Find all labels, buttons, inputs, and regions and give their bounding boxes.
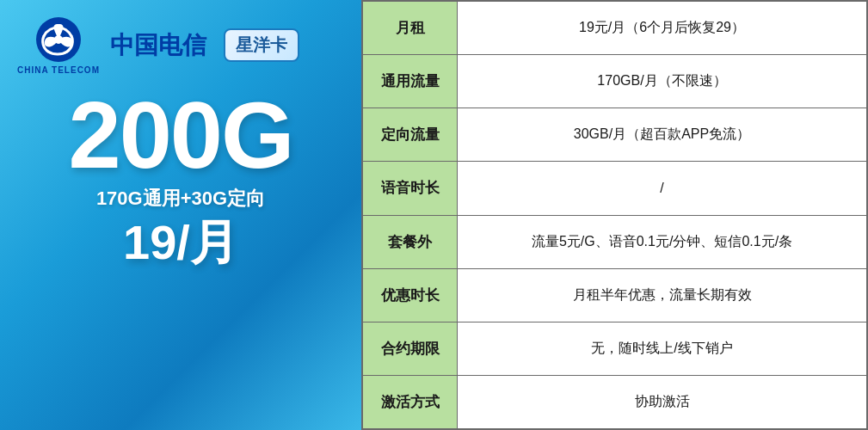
- table-row: 月租19元/月（6个月后恢复29）: [363, 2, 866, 55]
- cell-label-6: 合约期限: [363, 322, 458, 375]
- table-row: 优惠时长月租半年优惠，流量长期有效: [363, 269, 866, 322]
- cell-label-5: 优惠时长: [363, 269, 458, 322]
- svg-point-1: [54, 35, 63, 44]
- table-row: 合约期限无，随时线上/线下销户: [363, 322, 866, 376]
- table-row: 套餐外流量5元/G、语音0.1元/分钟、短信0.1元/条: [363, 216, 866, 269]
- info-table: 月租19元/月（6个月后恢复29）通用流量170GB/月（不限速）定向流量30G…: [361, 0, 868, 430]
- cell-value-3: /: [458, 162, 866, 214]
- cell-value-7: 协助激活: [458, 376, 866, 428]
- header-row: CHINA TELECOM 中国电信 星洋卡: [17, 15, 344, 75]
- cell-value-2: 30GB/月（超百款APP免流）: [458, 108, 866, 161]
- data-breakdown-text: 170G通用+30G定向: [96, 186, 265, 212]
- logo-area: CHINA TELECOM: [17, 15, 100, 75]
- price-display: 19/月: [123, 218, 238, 267]
- cell-label-3: 语音时长: [363, 162, 458, 214]
- main-data-display: 200G: [68, 88, 292, 182]
- table-row: 定向流量30GB/月（超百款APP免流）: [363, 108, 866, 162]
- telecom-logo-icon: [34, 15, 83, 64]
- cell-value-0: 19元/月（6个月后恢复29）: [458, 2, 866, 54]
- cell-label-0: 月租: [363, 2, 458, 54]
- brand-en-text: CHINA TELECOM: [17, 65, 100, 75]
- table-row: 通用流量170GB/月（不限速）: [363, 55, 866, 108]
- table-row: 激活方式协助激活: [363, 376, 866, 428]
- cell-value-1: 170GB/月（不限速）: [458, 55, 866, 108]
- left-panel: CHINA TELECOM 中国电信 星洋卡 200G 170G通用+30G定向…: [0, 0, 361, 430]
- cell-value-6: 无，随时线上/线下销户: [458, 322, 866, 375]
- cell-value-5: 月租半年优惠，流量长期有效: [458, 269, 866, 322]
- brand-cn-text: 中国电信: [110, 29, 206, 62]
- cell-label-2: 定向流量: [363, 108, 458, 161]
- card-name-badge: 星洋卡: [224, 28, 299, 62]
- cell-label-1: 通用流量: [363, 55, 458, 108]
- table-row: 语音时长/: [363, 162, 866, 215]
- cell-value-4: 流量5元/G、语音0.1元/分钟、短信0.1元/条: [458, 216, 866, 268]
- cell-label-4: 套餐外: [363, 216, 458, 268]
- cell-label-7: 激活方式: [363, 376, 458, 428]
